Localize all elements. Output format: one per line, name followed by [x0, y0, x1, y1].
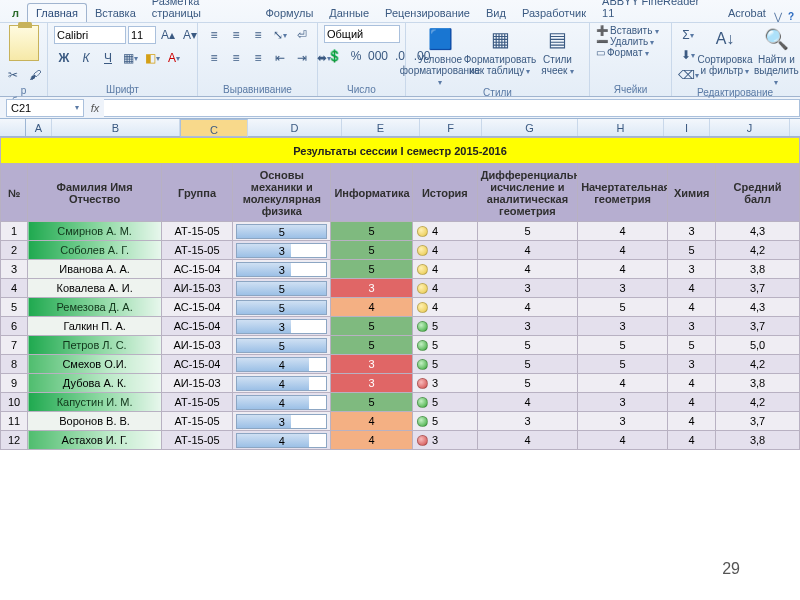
col-header-D[interactable]: D [248, 119, 342, 136]
paste-icon[interactable] [9, 25, 39, 61]
table-row[interactable]: 11Воронов В. В.АТ-15-053453343,7 [1, 412, 800, 431]
data-table[interactable]: Результаты сессии I семестр 2015-2016 №Ф… [0, 137, 800, 450]
tab-file[interactable]: л [4, 4, 27, 22]
cell-group: АС-15-04 [162, 355, 233, 374]
indent-dec-icon[interactable]: ⇤ [270, 48, 290, 68]
cell-geom: 3 [578, 279, 668, 298]
underline-icon[interactable]: Ч [98, 48, 118, 68]
col-header-C[interactable]: C [180, 119, 248, 137]
col-header-I[interactable]: I [664, 119, 710, 136]
cell-name: Воронов В. В. [28, 412, 162, 431]
col-header-H[interactable]: H [578, 119, 664, 136]
table-row[interactable]: 3Иванова А. А.АС-15-043544433,8 [1, 260, 800, 279]
table-row[interactable]: 2Соболев А. Г.АТ-15-053544454,2 [1, 241, 800, 260]
format-as-table-button[interactable]: ▦Форматировать как таблицу [472, 25, 528, 76]
cell-diff: 4 [477, 298, 577, 317]
select-all-corner[interactable] [0, 119, 26, 136]
sort-filter-button[interactable]: A↓Сортировка и фильтр [700, 25, 750, 76]
ribbon-minimize-icon[interactable]: ⋁ [774, 11, 782, 22]
insert-cells-button[interactable]: Вставить [610, 25, 659, 36]
group-font-label: Шрифт [54, 84, 191, 96]
align-middle-icon[interactable]: ≡ [226, 25, 246, 45]
cell-name: Астахов И. Г. [28, 431, 162, 450]
bold-icon[interactable]: Ж [54, 48, 74, 68]
percent-icon[interactable]: % [346, 46, 366, 66]
col-header-G[interactable]: G [482, 119, 578, 136]
col-header-A[interactable]: A [26, 119, 52, 136]
table-row[interactable]: 12Астахов И. Г.АТ-15-054434443,8 [1, 431, 800, 450]
orientation-icon[interactable]: ⤡ [270, 25, 290, 45]
tab-8[interactable]: ABBYY FineReader 11 [594, 0, 720, 22]
tab-0[interactable]: Главная [27, 3, 87, 22]
cell-group: АТ-15-05 [162, 241, 233, 260]
table-row[interactable]: 10Капустин И. М.АТ-15-054554344,2 [1, 393, 800, 412]
format-painter-icon[interactable]: 🖌 [25, 65, 45, 85]
cell-history: 3 [412, 374, 477, 393]
tab-7[interactable]: Разработчик [514, 4, 594, 22]
align-top-icon[interactable]: ≡ [204, 25, 224, 45]
tab-4[interactable]: Данные [321, 4, 377, 22]
italic-icon[interactable]: К [76, 48, 96, 68]
tab-2[interactable]: Разметка страницы [144, 0, 258, 22]
table-row[interactable]: 5Ремезова Д. А.АС-15-045444544,3 [1, 298, 800, 317]
number-format-select[interactable] [324, 25, 400, 43]
cell-diff: 4 [477, 260, 577, 279]
format-as-table-icon: ▦ [486, 25, 514, 53]
table-row[interactable]: 6Галкин П. А.АС-15-043553333,7 [1, 317, 800, 336]
tab-3[interactable]: Формулы [257, 4, 321, 22]
align-bottom-icon[interactable]: ≡ [248, 25, 268, 45]
tab-6[interactable]: Вид [478, 4, 514, 22]
col-header-F[interactable]: F [420, 119, 482, 136]
cell-history: 4 [412, 279, 477, 298]
font-size-select[interactable] [128, 26, 156, 44]
comma-icon[interactable]: 000 [368, 46, 388, 66]
cell-geom: 5 [578, 298, 668, 317]
help-icon[interactable]: ? [788, 11, 794, 22]
insert-cell-icon[interactable]: ➕ [596, 25, 608, 36]
autosum-icon[interactable]: Σ [678, 25, 698, 45]
name-box[interactable]: C21 [6, 99, 84, 117]
delete-cell-icon[interactable]: ➖ [596, 36, 608, 47]
col-header-E[interactable]: E [342, 119, 420, 136]
font-color-icon[interactable]: A [164, 48, 184, 68]
format-cell-icon[interactable]: ▭ [596, 47, 605, 58]
find-select-button[interactable]: 🔍Найти и выделить [754, 25, 799, 87]
font-name-select[interactable] [54, 26, 126, 44]
tab-5[interactable]: Рецензирование [377, 4, 478, 22]
cell-diff: 3 [477, 317, 577, 336]
wrap-text-icon[interactable]: ⏎ [292, 25, 312, 45]
currency-icon[interactable]: 💲 [324, 46, 344, 66]
increase-font-icon[interactable]: A▴ [158, 25, 178, 45]
border-icon[interactable]: ▦ [120, 48, 140, 68]
decrease-font-icon[interactable]: A▾ [180, 25, 200, 45]
cut-icon[interactable]: ✂ [3, 65, 23, 85]
fill-color-icon[interactable]: ◧ [142, 48, 162, 68]
format-cells-button[interactable]: Формат [607, 47, 649, 58]
cell-history: 5 [412, 317, 477, 336]
conditional-formatting-button[interactable]: 🟦Условное форматирование [412, 25, 468, 87]
cell-chem: 4 [668, 412, 716, 431]
cell-styles-icon: ▤ [544, 25, 572, 53]
fx-icon[interactable]: fx [86, 102, 104, 114]
table-row[interactable]: 8Смехов О.И.АС-15-044355534,2 [1, 355, 800, 374]
delete-cells-button[interactable]: Удалить [610, 36, 654, 47]
align-right-icon[interactable]: ≡ [248, 48, 268, 68]
indent-inc-icon[interactable]: ⇥ [292, 48, 312, 68]
cell-history: 4 [412, 241, 477, 260]
col-header-B[interactable]: B [52, 119, 180, 136]
cell-avg: 4,3 [716, 222, 800, 241]
align-center-icon[interactable]: ≡ [226, 48, 246, 68]
table-row[interactable]: 7Петров Л. С.АИ-15-035555555,0 [1, 336, 800, 355]
traffic-light-icon [417, 245, 428, 256]
table-row[interactable]: 1Смирнов А. М.АТ-15-055545434,3 [1, 222, 800, 241]
clear-icon[interactable]: ⌫ [678, 65, 698, 85]
formula-input[interactable] [104, 99, 800, 117]
table-row[interactable]: 9Дубова А. К.АИ-15-034335443,8 [1, 374, 800, 393]
col-header-J[interactable]: J [710, 119, 790, 136]
cell-styles-button[interactable]: ▤Стили ячеек [532, 25, 583, 76]
fill-icon[interactable]: ⬇ [678, 45, 698, 65]
align-left-icon[interactable]: ≡ [204, 48, 224, 68]
table-row[interactable]: 4Ковалева А. И.АИ-15-035343343,7 [1, 279, 800, 298]
tab-9[interactable]: Acrobat [720, 4, 774, 22]
tab-1[interactable]: Вставка [87, 4, 144, 22]
